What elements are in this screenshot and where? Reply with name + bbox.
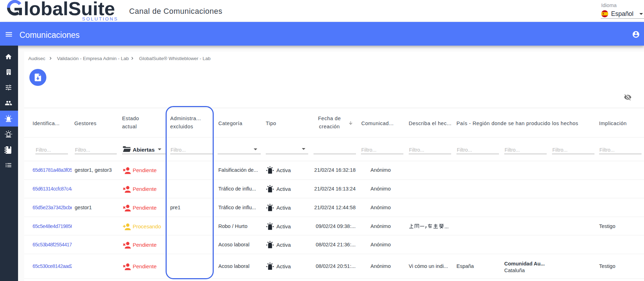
- svg-text:SOLUTIONS: SOLUTIONS: [82, 16, 118, 22]
